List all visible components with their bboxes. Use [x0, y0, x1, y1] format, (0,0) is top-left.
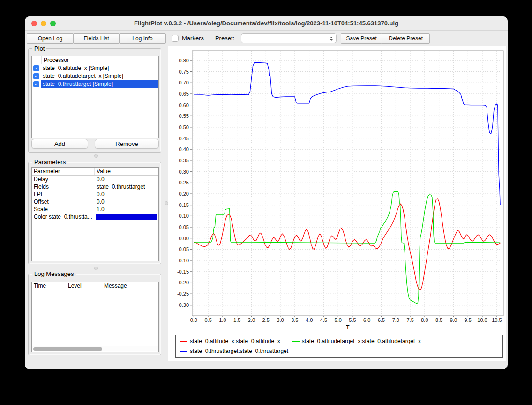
y-tick-label: 0.70 — [179, 80, 189, 85]
y-tick-label: 0.65 — [179, 91, 189, 97]
y-tick-label: -0.30 — [177, 302, 189, 308]
y-tick-label: -0.20 — [177, 280, 189, 285]
parameter-name: Delay — [32, 176, 95, 183]
y-tick-label: 0.60 — [179, 102, 189, 108]
add-button[interactable]: Add — [31, 139, 88, 149]
parameter-name: Fields — [32, 183, 95, 191]
save-preset-button[interactable]: Save Preset — [341, 33, 382, 44]
parameter-row[interactable]: Scale1.0 — [32, 206, 158, 213]
legend-entry: state_0.attitude_x:state_0.attitude_x — [180, 336, 280, 346]
flightplot-window: FlightPlot v.0.3.2 - /Users/oleg/Documen… — [25, 16, 508, 369]
processor-checkbox[interactable]: ✓ — [33, 73, 39, 79]
processor-checkbox[interactable]: ✓ — [33, 65, 39, 71]
open-log-button[interactable]: Open Log — [27, 33, 74, 44]
x-tick-label: 4.0 — [306, 317, 313, 323]
parameter-value[interactable]: 0.0 — [95, 198, 158, 206]
parameter-name: LPF — [32, 191, 95, 198]
left-sidebar: Plot Processor ✓state_0.attitude_x [Simp… — [27, 46, 165, 369]
value-column-header: Value — [95, 168, 158, 175]
color-swatch[interactable] — [96, 214, 157, 220]
plot-group-title: Plot — [32, 45, 46, 52]
processor-label: state_0.thrusttarget [Simple] — [41, 80, 158, 88]
legend-label: state_0.thrusttarget:state_0.thrusttarge… — [190, 348, 288, 354]
parameter-value[interactable] — [95, 213, 158, 221]
x-tick-label: 0.5 — [204, 317, 211, 323]
legend-entry: state_0.attitudetarget_x:state_0.attitud… — [292, 336, 421, 346]
x-tick-label: 2.5 — [262, 317, 270, 323]
parameter-row[interactable]: Offset0.0 — [32, 198, 158, 206]
y-tick-label: 0.15 — [179, 202, 189, 208]
remove-button[interactable]: Remove — [95, 139, 159, 149]
processor-column-header: Processor — [42, 57, 69, 63]
y-tick-label: -0.25 — [177, 291, 189, 297]
parameter-value[interactable]: 0.0 — [95, 176, 158, 183]
divider-grip-icon — [94, 267, 98, 270]
toolbar: Open Log Fields List Log Info Markers Pr… — [25, 31, 508, 46]
processor-row[interactable]: ✓state_0.attitudetarget_x [Simple] — [32, 72, 158, 80]
parameter-row[interactable]: Fieldsstate_0.thrusttarget — [32, 183, 158, 191]
split-divider[interactable] — [27, 153, 165, 158]
parameters-table[interactable]: Parameter Value Delay0.0Fieldsstate_0.th… — [31, 167, 159, 261]
preset-combobox[interactable] — [241, 33, 337, 43]
processor-checkbox[interactable]: ✓ — [33, 81, 39, 87]
title-bar[interactable]: FlightPlot v.0.3.2 - /Users/oleg/Documen… — [25, 16, 508, 31]
parameter-name: Offset — [32, 198, 95, 206]
processor-row[interactable]: ✓state_0.thrusttarget [Simple] — [32, 80, 158, 88]
x-tick-label: 7.0 — [392, 317, 399, 323]
markers-checkbox[interactable] — [172, 35, 179, 42]
parameters-group-title: Parameters — [32, 159, 67, 166]
x-tick-label: 2.0 — [248, 317, 255, 323]
y-tick-label: -0.15 — [177, 269, 189, 275]
minimize-window-button[interactable] — [41, 21, 46, 26]
x-tick-label: 1.5 — [233, 317, 240, 323]
y-tick-label: 0.20 — [179, 191, 189, 197]
x-tick-label: 10.0 — [477, 317, 487, 323]
x-tick-label: 6.0 — [363, 317, 370, 323]
parameter-name: Scale — [32, 206, 95, 213]
y-tick-label: 0.05 — [179, 224, 189, 230]
divider-grip-icon — [94, 154, 98, 158]
processor-row[interactable]: ✓state_0.attitude_x [Simple] — [32, 64, 158, 72]
horizontal-scrollbar[interactable] — [32, 346, 158, 351]
x-tick-label: 8.5 — [435, 317, 442, 323]
y-tick-label: 0.10 — [179, 213, 189, 219]
x-tick-label: 5.5 — [349, 317, 356, 323]
flight-chart[interactable]: 0.00.51.01.52.02.53.03.54.04.55.05.56.06… — [168, 46, 506, 332]
parameter-row[interactable]: Delay0.0 — [32, 176, 158, 183]
parameter-name: Color state_0.thrustta... — [32, 213, 95, 221]
legend-label: state_0.attitude_x:state_0.attitude_x — [190, 338, 280, 344]
parameter-row[interactable]: LPF0.0 — [32, 191, 158, 198]
preset-label: Preset: — [215, 35, 234, 42]
y-tick-label: -0.05 — [177, 246, 189, 252]
legend-line-icon — [180, 341, 187, 342]
parameter-value[interactable]: state_0.thrusttarget — [95, 183, 158, 191]
parameter-row[interactable]: Color state_0.thrustta... — [32, 213, 158, 221]
zoom-window-button[interactable] — [50, 21, 56, 26]
y-tick-label: 0.25 — [179, 180, 189, 185]
y-tick-label: 0.50 — [179, 124, 189, 130]
level-column-header: Level — [66, 282, 102, 290]
traffic-lights — [31, 21, 56, 26]
processor-label: state_0.attitude_x [Simple] — [41, 64, 158, 72]
log-info-button[interactable]: Log Info — [119, 33, 166, 44]
x-tick-label: 5.0 — [335, 317, 342, 323]
delete-preset-button[interactable]: Delete Preset — [382, 33, 430, 44]
x-tick-label: 10.5 — [492, 317, 502, 323]
processor-list[interactable]: Processor ✓state_0.attitude_x [Simple]✓s… — [31, 56, 159, 138]
parameters-table-header: Parameter Value — [32, 168, 158, 176]
parameter-value[interactable]: 1.0 — [95, 206, 158, 213]
parameter-value[interactable]: 0.0 — [95, 191, 158, 198]
x-axis-title: T — [346, 324, 350, 331]
legend-entry: state_0.thrusttarget:state_0.thrusttarge… — [180, 346, 288, 356]
x-tick-label: 3.0 — [277, 317, 284, 323]
parameter-column-header: Parameter — [32, 168, 95, 175]
combo-stepper-icon[interactable] — [329, 35, 334, 42]
chart-legend: state_0.attitude_x:state_0.attitude_xsta… — [175, 335, 503, 358]
scrollbar-thumb[interactable] — [33, 347, 102, 351]
y-tick-label: 0.75 — [179, 69, 189, 75]
close-window-button[interactable] — [31, 21, 37, 26]
log-messages-table[interactable]: Time Level Message — [31, 282, 159, 352]
y-tick-label: 0.00 — [179, 236, 189, 241]
x-tick-label: 9.5 — [465, 317, 472, 323]
fields-list-button[interactable]: Fields List — [73, 33, 120, 44]
